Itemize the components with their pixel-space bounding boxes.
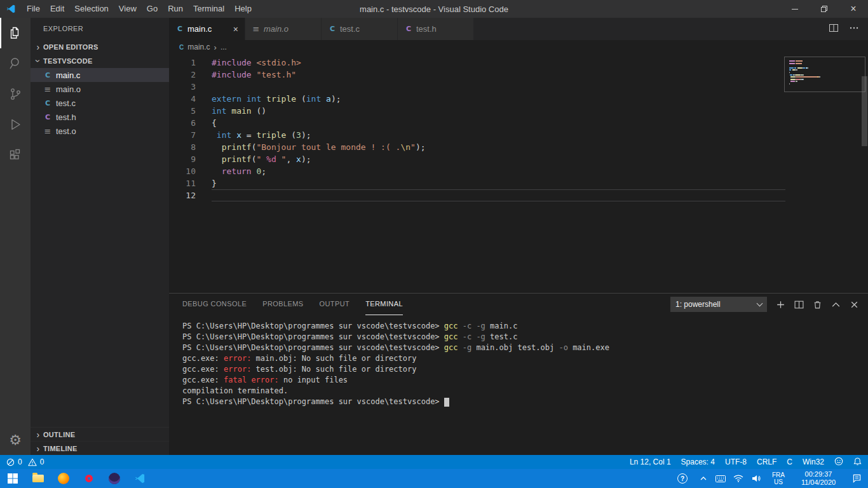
menu-help[interactable]: Help	[229, 0, 257, 18]
minimap-seg	[790, 81, 795, 82]
timeline-label: TIMELINE	[43, 445, 78, 452]
more-actions-icon[interactable]	[849, 23, 859, 36]
status-cursor-position[interactable]: Ln 12, Col 1	[630, 458, 671, 466]
file-item-test.o[interactable]: ≡test.o	[31, 124, 169, 138]
touch-keyboard-icon[interactable]	[712, 469, 729, 488]
menu-go[interactable]: Go	[142, 0, 163, 18]
code-line: 12	[169, 189, 868, 201]
problems-indicator[interactable]: 0 0	[6, 458, 44, 466]
panel-tab-problems[interactable]: PROBLEMS	[262, 294, 303, 315]
settings-gear-icon[interactable]: ⚙	[0, 424, 31, 455]
start-button[interactable]	[0, 469, 25, 488]
code-token: }	[212, 179, 217, 188]
terminal-token: error:	[224, 365, 256, 374]
tab-close-icon[interactable]: ×	[233, 24, 238, 34]
tab-main.c[interactable]: Cmain.c×	[169, 18, 245, 40]
tray-expand-icon[interactable]	[695, 469, 712, 488]
menu-terminal[interactable]: Terminal	[188, 0, 229, 18]
code-token: "	[256, 154, 266, 164]
restore-button[interactable]	[810, 0, 839, 18]
line-number: 7	[169, 129, 196, 141]
code-line: 6{	[169, 117, 868, 129]
maximize-panel-icon[interactable]	[831, 300, 841, 309]
breadcrumb-file[interactable]: main.c	[187, 43, 210, 51]
extensions-icon[interactable]	[0, 140, 31, 170]
code-token: "Bonjour tout le monde ! :( .	[256, 142, 400, 152]
code-token	[261, 94, 266, 104]
workspace-section[interactable]: › TESTVSCODE	[31, 54, 169, 68]
tab-test.h[interactable]: Ctest.h	[398, 18, 474, 40]
firefox-icon[interactable]	[51, 469, 76, 488]
notifications-bell-icon[interactable]	[853, 457, 862, 468]
status-eol[interactable]: CRLF	[757, 458, 776, 466]
open-editors-section[interactable]: › OPEN EDITORS	[31, 40, 169, 54]
chevron-right-icon: ›	[33, 430, 43, 440]
terminal-shell-select[interactable]: 1: powershell	[670, 297, 767, 312]
menu-file[interactable]: File	[22, 0, 45, 18]
minimize-button[interactable]	[780, 0, 810, 18]
status-language-mode[interactable]: C	[787, 458, 792, 466]
panel-tab-terminal[interactable]: TERMINAL	[365, 294, 403, 315]
tab-test.c[interactable]: Ctest.c	[322, 18, 398, 40]
menu-view[interactable]: View	[114, 0, 142, 18]
clock[interactable]: 00:29:37 11/04/2020	[792, 469, 845, 488]
breadcrumb[interactable]: C main.c › ...	[169, 40, 868, 54]
editor-scrollbar[interactable]	[862, 76, 867, 146]
terminal-token: gcc	[444, 332, 463, 341]
file-item-test.h[interactable]: Ctest.h	[31, 110, 169, 124]
close-button[interactable]: ×	[839, 0, 868, 18]
code-token	[231, 130, 236, 140]
explorer-icon[interactable]	[0, 18, 31, 48]
status-encoding[interactable]: UTF-8	[725, 458, 747, 466]
new-terminal-icon[interactable]	[776, 300, 785, 309]
code-line: 7 int x = triple (3);	[169, 129, 868, 141]
close-panel-icon[interactable]	[850, 300, 859, 309]
run-debug-icon[interactable]	[0, 109, 31, 140]
source-control-icon[interactable]	[0, 79, 31, 109]
menu-edit[interactable]: Edit	[45, 0, 69, 18]
status-platform[interactable]: Win32	[803, 458, 824, 466]
code-line-text: int main ()	[212, 105, 785, 117]
terminal-token: -g	[463, 343, 477, 352]
panel-tab-debug-console[interactable]: DEBUG CONSOLE	[182, 294, 247, 315]
file-explorer-icon[interactable]	[25, 469, 51, 488]
feedback-smiley-icon[interactable]	[834, 457, 843, 468]
file-type-icon: ≡	[43, 85, 52, 94]
network-wifi-icon[interactable]	[729, 469, 747, 488]
menu-run[interactable]: Run	[163, 0, 188, 18]
split-editor-icon[interactable]	[829, 24, 839, 35]
terminal-output[interactable]: PS C:\Users\HP\Desktop\programmes sur vs…	[169, 315, 868, 455]
search-icon[interactable]	[0, 48, 31, 79]
code-token: a	[326, 94, 331, 104]
file-tree: Cmain.c≡main.oCtest.cCtest.h≡test.o	[31, 68, 169, 138]
vscode-taskbar-icon[interactable]	[127, 469, 153, 488]
outline-section[interactable]: › OUTLINE	[31, 427, 169, 441]
breadcrumb-more[interactable]: ...	[220, 43, 227, 51]
minimap-seg	[796, 74, 800, 76]
menu-selection[interactable]: Selection	[69, 0, 113, 18]
tab-main.o[interactable]: ≡main.o	[245, 18, 322, 40]
file-name: main.o	[56, 85, 81, 94]
file-item-main.o[interactable]: ≡main.o	[31, 82, 169, 96]
line-number: 12	[169, 189, 196, 201]
opera-icon[interactable]	[76, 469, 102, 488]
panel-tab-output[interactable]: OUTPUT	[320, 294, 350, 315]
eclipse-icon[interactable]	[102, 469, 127, 488]
file-item-test.c[interactable]: Ctest.c	[31, 96, 169, 110]
status-indentation[interactable]: Spaces: 4	[681, 458, 715, 466]
code-editor[interactable]: 1#include <stdio.h>2#include "test.h"34e…	[169, 54, 868, 293]
split-terminal-icon[interactable]	[794, 300, 804, 309]
code-line-text: {	[212, 117, 785, 129]
help-icon[interactable]: ?	[670, 469, 695, 488]
kill-terminal-icon[interactable]	[813, 300, 822, 309]
language-indicator[interactable]: FRA US	[765, 469, 792, 488]
code-token: triple	[256, 130, 286, 140]
volume-icon[interactable]	[747, 469, 765, 488]
minimap-seg	[819, 76, 820, 78]
file-name: test.o	[56, 126, 76, 136]
action-center-icon[interactable]	[845, 469, 868, 488]
timeline-section[interactable]: › TIMELINE	[31, 441, 169, 455]
terminal-token: -c -g	[463, 322, 490, 330]
minimap[interactable]	[789, 60, 860, 88]
file-item-main.c[interactable]: Cmain.c	[31, 68, 169, 82]
